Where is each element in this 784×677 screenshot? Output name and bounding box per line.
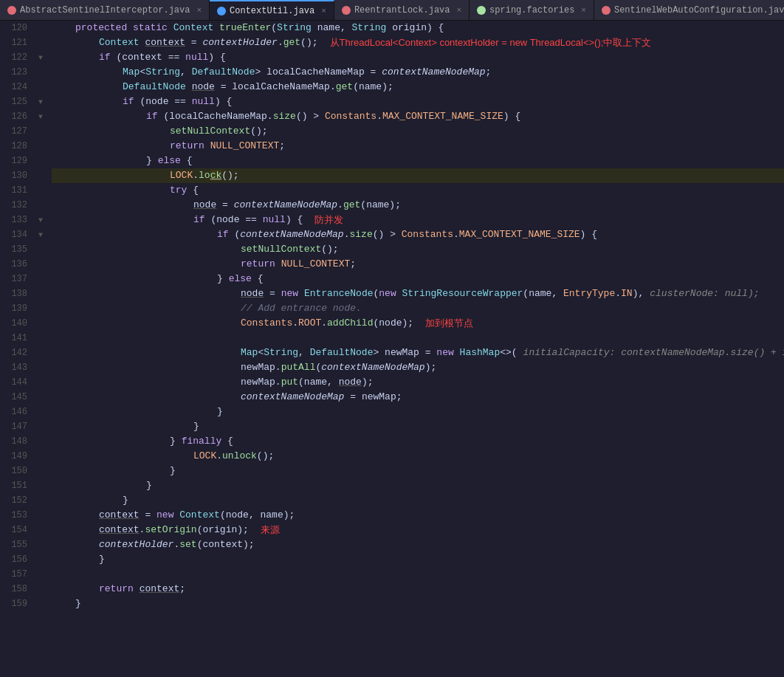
line-num-123: 123 <box>0 65 27 80</box>
code-line-130: LOCK.lock(); <box>52 168 784 183</box>
java-icon <box>7 6 16 15</box>
gutter-151 <box>33 478 48 493</box>
line-num-126: 126 <box>0 109 27 124</box>
line-num-129: 129 <box>0 154 27 168</box>
line-num-121: 121 <box>0 35 27 50</box>
line-num-150: 150 <box>0 464 27 478</box>
gutter-124 <box>33 80 48 94</box>
line-num-155: 155 <box>0 537 27 552</box>
line-num-138: 138 <box>0 286 27 301</box>
tab-sentinel-autoconfig[interactable]: SentinelWebAutoConfiguration.java × <box>594 0 784 21</box>
close-icon[interactable]: × <box>457 6 462 15</box>
line-num-159: 159 <box>0 597 27 611</box>
fold-arrow-125[interactable]: ▼ <box>38 98 43 106</box>
code-line-128: return NULL_CONTEXT; <box>52 139 784 154</box>
code-line-159: } <box>52 597 784 611</box>
tab-abstract-sentinel[interactable]: AbstractSentinelInterceptor.java × <box>0 0 210 21</box>
gutter-157 <box>33 567 48 582</box>
gutter-141 <box>33 331 48 346</box>
line-num-141: 141 <box>0 331 27 346</box>
tab-bar: AbstractSentinelInterceptor.java × Conte… <box>0 0 784 21</box>
code-line-125: if (node == null) { <box>52 94 784 109</box>
code-line-155: contextHolder.set(context); <box>52 537 784 552</box>
line-num-124: 124 <box>0 80 27 94</box>
code-area[interactable]: 120 121 122 123 124 125 126 127 128 129 … <box>0 21 784 677</box>
code-line-122: if (context == null) { <box>52 50 784 65</box>
line-num-143: 143 <box>0 360 27 375</box>
code-line-127: setNullContext(); <box>52 124 784 139</box>
gutter-132 <box>33 198 48 213</box>
code-line-139: // Add entrance node. <box>52 301 784 316</box>
line-num-147: 147 <box>0 419 27 434</box>
gutter-125[interactable]: ▼ <box>33 94 48 109</box>
line-num-145: 145 <box>0 390 27 405</box>
gutter-134[interactable]: ▼ <box>33 227 48 242</box>
tab-reentrantlock[interactable]: ReentrantLock.java × <box>334 0 470 21</box>
line-num-131: 131 <box>0 183 27 198</box>
gutter-145 <box>33 390 48 405</box>
gutter-142 <box>33 346 48 360</box>
gutter-131 <box>33 183 48 198</box>
fold-arrow-133[interactable]: ▼ <box>38 216 43 224</box>
code-line-143: newMap.putAll(contextNameNodeMap); <box>52 360 784 375</box>
code-line-121: Context context = contextHolder.get(); 从… <box>52 35 784 50</box>
line-num-156: 156 <box>0 552 27 567</box>
line-num-125: 125 <box>0 94 27 109</box>
gutter-143 <box>33 360 48 375</box>
line-num-152: 152 <box>0 493 27 508</box>
gutter-155 <box>33 537 48 552</box>
tab-contextutil[interactable]: ContextUtil.java × <box>210 0 334 21</box>
code-line-138: node = new EntranceNode(new StringResour… <box>52 286 784 301</box>
java-icon <box>342 6 351 15</box>
fold-arrow-134[interactable]: ▼ <box>38 231 43 239</box>
close-icon[interactable]: × <box>321 7 326 16</box>
gutter-122[interactable]: ▼ <box>33 50 48 65</box>
code-line-124: DefaultNode node = localCacheNameMap.get… <box>52 80 784 94</box>
code-line-150: } <box>52 464 784 478</box>
tab-spring-factories[interactable]: spring.factories × <box>470 0 594 21</box>
fold-arrow-126[interactable]: ▼ <box>38 113 43 121</box>
line-num-134: 134 <box>0 227 27 242</box>
gutter-128 <box>33 139 48 154</box>
line-num-151: 151 <box>0 478 27 493</box>
tab-label: ContextUtil.java <box>230 6 314 16</box>
java-icon <box>602 6 611 15</box>
code-line-151: } <box>52 478 784 493</box>
gutter-149 <box>33 449 48 464</box>
gutter-129 <box>33 154 48 168</box>
line-num-140: 140 <box>0 316 27 331</box>
line-num-139: 139 <box>0 301 27 316</box>
code-line-129: } else { <box>52 154 784 168</box>
code-line-126: if (localCacheNameMap.size() > Constants… <box>52 109 784 124</box>
line-num-146: 146 <box>0 405 27 419</box>
gutter-136 <box>33 257 48 272</box>
line-num-136: 136 <box>0 257 27 272</box>
code-line-123: Map<String, DefaultNode> localCacheNameM… <box>52 65 784 80</box>
fold-arrow-122[interactable]: ▼ <box>38 54 43 62</box>
gutter-152 <box>33 493 48 508</box>
code-line-137: } else { <box>52 272 784 286</box>
code-line-157 <box>52 567 784 582</box>
code-line-154: context.setOrigin(origin); 来源 <box>52 523 784 537</box>
line-num-127: 127 <box>0 124 27 139</box>
gutter: ▼ ▼ ▼ ▼ ▼ <box>33 21 48 677</box>
gutter-126[interactable]: ▼ <box>33 109 48 124</box>
gutter-158 <box>33 582 48 597</box>
gutter-150 <box>33 464 48 478</box>
line-num-157: 157 <box>0 567 27 582</box>
code-content[interactable]: protected static Context trueEnter(Strin… <box>48 21 784 677</box>
line-num-149: 149 <box>0 449 27 464</box>
close-icon[interactable]: × <box>196 6 202 15</box>
gutter-133[interactable]: ▼ <box>33 213 48 227</box>
line-num-142: 142 <box>0 346 27 360</box>
line-num-122: 122 <box>0 50 27 65</box>
code-line-141 <box>52 331 784 346</box>
code-line-144: newMap.put(name, node); <box>52 375 784 390</box>
gutter-121 <box>33 35 48 50</box>
gutter-127 <box>33 124 48 139</box>
gutter-140 <box>33 316 48 331</box>
line-num-153: 153 <box>0 508 27 523</box>
code-line-152: } <box>52 493 784 508</box>
close-icon[interactable]: × <box>581 6 586 15</box>
gutter-148 <box>33 434 48 449</box>
